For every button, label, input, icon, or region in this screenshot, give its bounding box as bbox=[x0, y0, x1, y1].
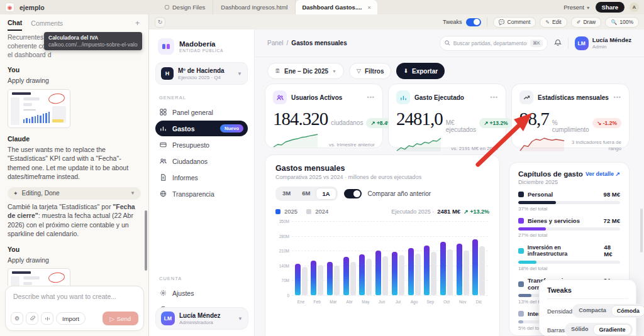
tweaks-toggle[interactable] bbox=[466, 18, 481, 26]
range-6m[interactable]: 6M bbox=[296, 188, 316, 200]
preview-scrollbar[interactable] bbox=[640, 209, 643, 252]
filters-button[interactable]: ▽ Filtros bbox=[349, 63, 391, 79]
kpi-value: 2481,0 bbox=[396, 109, 443, 129]
sidebar-item-ajustes[interactable]: Ajustes bbox=[155, 285, 248, 301]
range-3m[interactable]: 3M bbox=[277, 188, 296, 200]
topbar-actions: Present ▼ Share A bbox=[564, 0, 639, 14]
refresh-icon[interactable]: ↻ bbox=[155, 17, 165, 28]
bar-2025 bbox=[472, 239, 478, 295]
chevron-down-icon: ▼ bbox=[237, 71, 242, 77]
drawing-thumbnail[interactable] bbox=[8, 268, 70, 286]
sender-you: You bbox=[8, 246, 141, 253]
tab-dashboard-ingresos[interactable]: Dashboard Ingresos.html bbox=[213, 0, 296, 14]
comment-button[interactable]: 💬Comment bbox=[493, 17, 536, 28]
option-comoda[interactable]: Cómoda bbox=[611, 305, 644, 317]
preview-toolbar: ↻ Tweaks 💬Comment ✎Edit ✐Draw 🔍100% bbox=[149, 14, 644, 30]
option-compacta[interactable]: Compacta bbox=[574, 305, 611, 317]
option-solido[interactable]: Sólido bbox=[566, 324, 594, 335]
popover-title: Tweaks bbox=[547, 286, 628, 299]
option-gradiente[interactable]: Gradiente bbox=[593, 324, 631, 335]
date-range-picker[interactable]: 🗓 Ene – Dic 2025 ▼ bbox=[267, 63, 344, 79]
zoom-button[interactable]: 🔍100% bbox=[605, 17, 639, 28]
sparkline-chart bbox=[519, 136, 565, 152]
bar-chart-icon bbox=[160, 125, 167, 132]
magnifier-icon: 🔍 bbox=[611, 19, 617, 25]
chevron-down-icon[interactable]: ▼ bbox=[130, 190, 135, 196]
y-axis-label: 210M bbox=[279, 249, 289, 253]
close-tab-icon[interactable]: × bbox=[367, 4, 370, 11]
chat-messages[interactable]: Recurrentes" ahora dice "Gasto Ejecutado… bbox=[0, 31, 148, 286]
sidebar-item-gastos[interactable]: Gastos Nuevo bbox=[155, 121, 248, 136]
x-axis-label: Sep bbox=[424, 300, 437, 304]
red-circle-annotation bbox=[48, 271, 65, 283]
bar-2025 bbox=[327, 262, 333, 295]
x-axis-label: Jul bbox=[391, 300, 404, 304]
tweaks-popover: Tweaks Densidad Compacta Cómoda Barras S… bbox=[539, 279, 636, 336]
kebab-menu-icon[interactable]: ••• bbox=[614, 94, 621, 100]
present-menu[interactable]: Present ▼ bbox=[564, 4, 590, 11]
search-input[interactable] bbox=[453, 40, 527, 46]
search-box[interactable]: ⌘K bbox=[440, 36, 548, 51]
tooltip-url: calkoo.com/.../impuesto-sobre-el-valor-a… bbox=[48, 41, 138, 48]
dashboard-sidebar: Madobería ENTIDAD PÚBLICA H Mº de Hacien… bbox=[149, 30, 255, 336]
attachment-icon[interactable] bbox=[26, 312, 38, 325]
nav-section-general: GENERAL bbox=[159, 95, 254, 100]
sidebar-item-ciudadanos[interactable]: Ciudadanos bbox=[155, 153, 248, 169]
users-icon bbox=[160, 158, 167, 165]
apply-drawing-label: Apply drawing bbox=[8, 256, 141, 265]
project-title: ejemplo bbox=[19, 4, 45, 11]
grid-icon bbox=[160, 109, 167, 116]
sidebar-user-card[interactable]: LM Lucía Méndez Administradora ▼ bbox=[155, 307, 248, 330]
account-avatar[interactable]: A bbox=[630, 3, 639, 12]
editing-status-chip[interactable]: ✦ Editing, Done ▼ bbox=[8, 187, 141, 200]
ver-detalle-link[interactable]: Ver detalle ↗ bbox=[586, 171, 620, 177]
bar-2024 bbox=[464, 251, 469, 295]
audio-icon[interactable] bbox=[41, 312, 53, 325]
drawing-thumbnail[interactable] bbox=[8, 89, 70, 128]
bar-group: May bbox=[359, 221, 372, 295]
users-icon bbox=[273, 90, 287, 104]
new-chat-button[interactable]: + bbox=[135, 19, 140, 28]
header-user-avatar[interactable]: LM bbox=[575, 36, 589, 50]
kebab-menu-icon[interactable]: ••• bbox=[491, 94, 498, 100]
settings-icon[interactable]: ⚙ bbox=[11, 312, 23, 325]
top-bar: ◉ ejemplo Design Files Dashboard Ingreso… bbox=[0, 0, 644, 14]
org-selector[interactable]: H Mº de Hacienda Ejercicio 2025 · Q4 ▼ bbox=[155, 62, 248, 85]
kpi-value: 98,7 bbox=[519, 109, 549, 129]
range-1a[interactable]: 1A bbox=[316, 188, 336, 200]
draw-button[interactable]: ✐Draw bbox=[571, 17, 602, 28]
breadcrumb-root[interactable]: Panel bbox=[267, 40, 284, 46]
tooltip-title: Calculadora del IVA bbox=[48, 35, 138, 41]
share-button[interactable]: Share bbox=[596, 2, 625, 13]
export-button[interactable]: ⬇ Exportar bbox=[396, 63, 445, 79]
bar-2024 bbox=[399, 255, 404, 295]
app-logo-icon[interactable]: ◉ bbox=[5, 3, 14, 12]
tab-design-files[interactable]: Design Files bbox=[157, 0, 213, 14]
composer-input[interactable] bbox=[13, 293, 133, 300]
chart-title: Gastos mensuales bbox=[275, 164, 489, 173]
chat-scrollbar[interactable] bbox=[145, 210, 147, 271]
sidebar-item-presupuesto[interactable]: Presupuesto bbox=[155, 137, 248, 153]
x-axis-label: Jun bbox=[375, 300, 389, 304]
kebab-menu-icon[interactable]: ••• bbox=[367, 94, 375, 100]
x-axis-label: Ene bbox=[294, 300, 308, 304]
sidebar-item-informes[interactable]: Informes bbox=[155, 170, 248, 185]
bar-2025 bbox=[408, 248, 414, 295]
tab-comments[interactable]: Comments bbox=[31, 16, 63, 30]
bar-2025 bbox=[375, 251, 381, 295]
densidad-label: Densidad bbox=[547, 308, 572, 315]
import-button[interactable]: Import bbox=[56, 312, 86, 325]
send-icon: ▷ bbox=[110, 315, 114, 322]
sidebar-item-transparencia[interactable]: Transparencia bbox=[155, 186, 248, 202]
tab-chat[interactable]: Chat bbox=[8, 15, 22, 31]
kpi-card-gasto-ejecutado: Gasto Ejecutado ••• 2481,0 M€ejecutados … bbox=[388, 84, 506, 148]
compare-toggle[interactable] bbox=[344, 189, 362, 198]
bar-2025 bbox=[359, 254, 365, 295]
sidebar-item-panel-general[interactable]: Panel general bbox=[155, 104, 248, 120]
sender-claude: Claude bbox=[8, 135, 141, 143]
notifications-bell-icon[interactable] bbox=[554, 38, 562, 49]
edit-button[interactable]: ✎Edit bbox=[540, 17, 567, 28]
sparkle-icon: ✦ bbox=[13, 190, 18, 197]
send-button[interactable]: ▷Send bbox=[103, 312, 139, 325]
tab-dashboard-gastos[interactable]: Dashboard Gastos....× bbox=[296, 0, 377, 14]
